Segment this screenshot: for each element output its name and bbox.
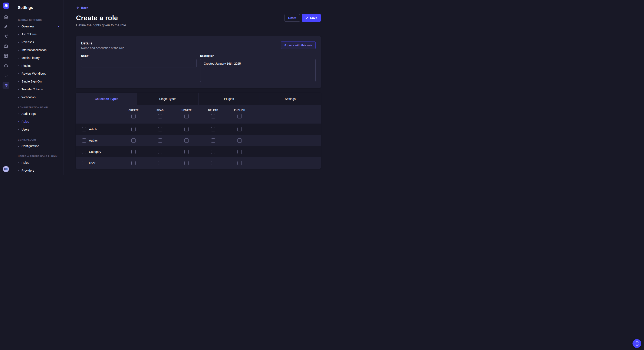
cell [200,150,226,154]
user-avatar[interactable]: KD [3,166,9,172]
bullet-icon [18,163,19,163]
user-delete-checkbox[interactable] [211,161,215,165]
select-all-delete-checkbox[interactable] [211,114,215,118]
author-read-checkbox[interactable] [158,138,162,143]
content-manager-icon[interactable] [2,23,9,30]
select-all-update-checkbox[interactable] [184,114,189,118]
category-delete-checkbox[interactable] [211,150,215,154]
sidebar-item-internationalization[interactable]: Internationalization [12,46,63,54]
sidebar-item-users[interactable]: Users [12,126,63,134]
bullet-icon [18,26,19,27]
sidebar-item-overview[interactable]: Overview [12,22,63,30]
header-spacer [76,109,120,118]
tab-single-types[interactable]: Single Types [137,93,198,105]
cell [200,127,226,131]
page-title: Create a role [76,14,118,21]
bullet-icon [18,129,19,130]
bullet-icon [18,73,19,74]
category-create-checkbox[interactable] [132,150,136,154]
description-textarea[interactable]: Created January 16th, 2025 [200,59,316,82]
header-actions: Reset Save [284,14,321,22]
sidebar-item-up-roles[interactable]: Roles [12,159,63,167]
article-read-checkbox[interactable] [158,127,162,131]
sidebar-item-label: Providers [22,169,34,173]
column-delete: DELETE [200,109,226,118]
bullet-icon [18,42,19,43]
marketplace-cart-icon[interactable] [2,72,9,79]
author-update-checkbox[interactable] [184,138,189,143]
sidebar-item-transfer-tokens[interactable]: Transfer Tokens [12,85,63,93]
section-label-email-plugin: EMAIL PLUGIN [18,138,58,141]
reset-button[interactable]: Reset [284,14,300,22]
author-delete-checkbox[interactable] [211,138,215,143]
name-input[interactable] [81,59,196,67]
bullet-icon [18,81,19,82]
sidebar-item-providers[interactable]: Providers [12,167,63,175]
sidebar-item-label: Transfer Tokens [22,87,43,91]
sidebar-item-webhooks[interactable]: Webhooks [12,93,63,101]
releases-icon[interactable] [2,33,9,40]
sidebar-item-media-library[interactable]: Media Library [12,54,63,62]
sidebar-item-audit-logs[interactable]: Audit Logs [12,110,63,118]
category-read-checkbox[interactable] [158,150,162,154]
sidebar-item-configuration[interactable]: Configuration [12,142,63,150]
article-create-checkbox[interactable] [132,127,136,131]
required-asterisk: * [88,54,90,57]
author-publish-checkbox[interactable] [238,138,242,143]
sidebar-item-review-workflows[interactable]: Review Workflows [12,70,63,78]
user-update-checkbox[interactable] [184,161,189,165]
author-create-checkbox[interactable] [132,138,136,143]
select-all-publish-checkbox[interactable] [238,114,242,118]
user-create-checkbox[interactable] [132,161,136,165]
permission-row-user: User [76,157,321,169]
cell [147,150,174,154]
permission-row-article: Article [76,124,321,135]
strapi-logo[interactable] [3,2,9,9]
sidebar-item-label: Overview [22,24,34,28]
settings-gear-icon[interactable] [2,82,9,89]
cell [147,161,174,165]
category-row-checkbox[interactable] [82,150,86,154]
tab-collection-types[interactable]: Collection Types [76,93,137,105]
sidebar-item-label: Media Library [22,56,40,60]
section-label-global-settings: GLOBAL SETTINGS [18,19,58,21]
users-with-role-button[interactable]: 0 users with this role [281,41,316,49]
article-delete-checkbox[interactable] [211,127,215,131]
back-link[interactable]: Back [76,6,88,9]
media-library-icon[interactable] [2,43,9,49]
category-update-checkbox[interactable] [184,150,189,154]
column-label-publish: PUBLISH [234,109,245,111]
content-type-builder-icon[interactable] [2,52,9,59]
article-update-checkbox[interactable] [184,127,189,131]
save-button[interactable]: Save [302,14,321,22]
bullet-icon [18,65,19,66]
user-publish-checkbox[interactable] [238,161,242,165]
sidebar-item-releases[interactable]: Releases [12,38,63,46]
tab-plugins[interactable]: Plugins [198,93,260,105]
select-all-read-checkbox[interactable] [158,114,162,118]
section-label-administration-panel: ADMINISTRATION PANEL [18,106,58,109]
permission-row-category: Category [76,146,321,157]
permissions-table-header: CREATE READ UPDATE DELETE PUBLISH [76,105,321,124]
column-label-update: UPDATE [182,109,192,111]
sidebar-item-api-tokens[interactable]: API Tokens [12,30,63,38]
page-header: Create a role Reset Save [76,14,321,22]
column-create: CREATE [120,109,147,118]
category-publish-checkbox[interactable] [238,150,242,154]
tab-settings[interactable]: Settings [260,93,321,105]
home-icon[interactable] [2,13,9,20]
sidebar-item-roles-active[interactable]: Roles [12,118,63,126]
select-all-create-checkbox[interactable] [132,114,136,118]
sidebar-item-label: Configuration [22,144,39,148]
author-row-checkbox[interactable] [82,138,86,143]
sidebar-item-label: Webhooks [22,95,36,99]
user-read-checkbox[interactable] [158,161,162,165]
sidebar-item-plugins[interactable]: Plugins [12,62,63,70]
deploy-cloud-icon[interactable] [2,62,9,69]
name-field-group: Name* [81,54,196,67]
user-row-checkbox[interactable] [82,161,86,165]
article-publish-checkbox[interactable] [238,127,242,131]
column-publish: PUBLISH [226,109,253,118]
article-row-checkbox[interactable] [82,127,86,131]
sidebar-item-single-sign-on[interactable]: Single Sign-On [12,78,63,85]
